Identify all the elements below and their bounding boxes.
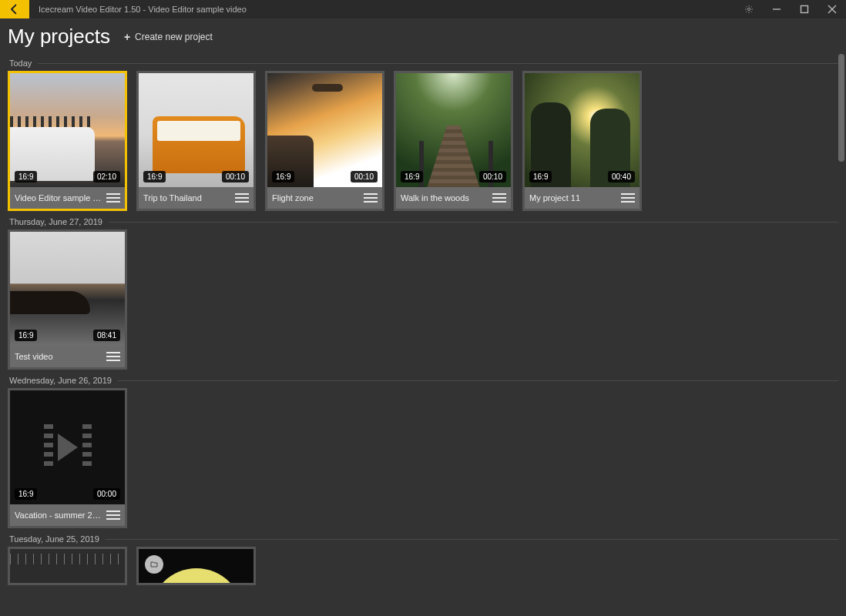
project-card[interactable]: 16:900:00Vacation - summer 2019 bbox=[8, 388, 127, 528]
project-card[interactable]: 16:908:41Test video bbox=[8, 229, 127, 370]
svg-point-0 bbox=[747, 8, 750, 10]
project-row: 16:908:41Test video bbox=[8, 229, 838, 370]
group-label: Thursday, June 27, 2019 bbox=[9, 217, 838, 226]
project-thumbnail: 16:900:40 bbox=[525, 73, 640, 187]
thumbnail-art bbox=[10, 73, 125, 187]
card-footer: Flight zone bbox=[267, 187, 382, 209]
thumbnail-art bbox=[396, 73, 511, 187]
group-label: Wednesday, June 26, 2019 bbox=[9, 376, 838, 385]
group-label: Tuesday, June 25, 2019 bbox=[9, 534, 838, 544]
project-menu-button[interactable] bbox=[621, 191, 635, 205]
duration-badge: 08:41 bbox=[93, 330, 120, 341]
aspect-badge: 16:9 bbox=[15, 488, 37, 500]
file-badge-icon bbox=[145, 555, 163, 574]
thumbnail-art bbox=[139, 549, 253, 583]
project-menu-button[interactable] bbox=[492, 191, 506, 205]
project-row: 16:900:00Vacation - summer 2019 bbox=[8, 388, 838, 528]
window-controls bbox=[735, 0, 846, 18]
divider bbox=[38, 63, 838, 64]
duration-badge: 00:10 bbox=[479, 171, 506, 182]
group-label-text: Today bbox=[9, 59, 32, 68]
aspect-badge: 16:9 bbox=[401, 171, 423, 182]
duration-badge: 00:40 bbox=[608, 171, 635, 182]
titlebar: Icecream Video Editor 1.50 - Video Edito… bbox=[0, 0, 846, 18]
thumbnail-art bbox=[139, 73, 253, 187]
project-card[interactable] bbox=[136, 547, 256, 585]
group-label-text: Tuesday, June 25, 2019 bbox=[9, 534, 99, 544]
project-title: My project 11 bbox=[529, 193, 618, 203]
thumbnail-art bbox=[10, 390, 125, 504]
project-thumbnail: 16:908:41 bbox=[10, 232, 125, 346]
duration-badge: 00:00 bbox=[93, 488, 120, 500]
project-thumbnail: 16:902:10 bbox=[10, 73, 125, 187]
back-arrow-icon bbox=[8, 3, 21, 15]
project-thumbnail: 16:900:10 bbox=[396, 73, 511, 187]
project-thumbnail bbox=[139, 549, 253, 583]
card-footer: Video Editor sample video bbox=[10, 187, 125, 209]
divider bbox=[109, 222, 838, 223]
project-title: Test video bbox=[15, 352, 103, 361]
group-label-text: Thursday, June 27, 2019 bbox=[9, 217, 102, 226]
settings-button[interactable] bbox=[735, 0, 763, 18]
card-footer: Walk in the woods bbox=[396, 187, 511, 209]
project-card[interactable]: 16:900:10Trip to Thailand bbox=[136, 71, 256, 211]
window-title: Icecream Video Editor 1.50 - Video Edito… bbox=[29, 0, 735, 18]
duration-badge: 00:10 bbox=[351, 171, 378, 182]
card-footer: Test video bbox=[10, 346, 125, 367]
group-label-text: Wednesday, June 26, 2019 bbox=[9, 376, 112, 385]
group-label: Today bbox=[9, 59, 838, 68]
aspect-badge: 16:9 bbox=[15, 171, 37, 182]
project-thumbnail bbox=[10, 549, 125, 583]
thumbnail-art bbox=[10, 232, 125, 346]
maximize-icon bbox=[800, 5, 809, 14]
project-thumbnail: 16:900:10 bbox=[139, 73, 253, 187]
project-thumbnail: 16:900:10 bbox=[267, 73, 382, 187]
minimize-button[interactable] bbox=[763, 0, 791, 18]
card-footer: My project 11 bbox=[525, 187, 640, 209]
duration-badge: 02:10 bbox=[93, 171, 120, 182]
project-card[interactable]: 16:902:10Video Editor sample video bbox=[8, 71, 127, 211]
gear-icon bbox=[744, 5, 754, 14]
back-button[interactable] bbox=[0, 0, 29, 18]
svg-rect-2 bbox=[801, 6, 808, 13]
divider bbox=[118, 380, 838, 381]
aspect-badge: 16:9 bbox=[272, 171, 294, 182]
project-card[interactable]: 16:900:40My project 11 bbox=[522, 71, 642, 211]
project-menu-button[interactable] bbox=[106, 508, 120, 522]
projects-body: Today16:902:10Video Editor sample video1… bbox=[0, 52, 846, 616]
project-row bbox=[8, 547, 838, 585]
close-button[interactable] bbox=[818, 0, 846, 18]
page-title: My projects bbox=[8, 25, 110, 49]
plus-icon: + bbox=[124, 31, 130, 43]
divider bbox=[106, 539, 838, 540]
card-footer: Vacation - summer 2019 bbox=[10, 504, 125, 526]
aspect-badge: 16:9 bbox=[143, 171, 166, 182]
page-header: My projects + Create new project bbox=[0, 18, 846, 53]
aspect-badge: 16:9 bbox=[529, 171, 552, 182]
project-card[interactable]: 16:900:10Walk in the woods bbox=[394, 71, 513, 211]
project-menu-button[interactable] bbox=[235, 191, 249, 205]
close-icon bbox=[828, 5, 837, 14]
scrollbar-thumb[interactable] bbox=[838, 54, 844, 162]
project-title: Flight zone bbox=[272, 193, 361, 203]
project-menu-button[interactable] bbox=[364, 191, 378, 205]
aspect-badge: 16:9 bbox=[15, 330, 37, 341]
placeholder-icon bbox=[34, 424, 102, 470]
project-card[interactable]: 16:900:10Flight zone bbox=[265, 71, 384, 211]
thumbnail-art bbox=[267, 73, 382, 187]
project-title: Walk in the woods bbox=[401, 193, 489, 203]
duration-badge: 00:10 bbox=[222, 171, 249, 182]
project-menu-button[interactable] bbox=[106, 350, 120, 363]
create-label: Create new project bbox=[135, 32, 213, 42]
project-card[interactable] bbox=[8, 547, 127, 585]
create-new-project-button[interactable]: + Create new project bbox=[124, 31, 213, 43]
project-row: 16:902:10Video Editor sample video16:900… bbox=[8, 71, 838, 211]
project-thumbnail: 16:900:00 bbox=[10, 390, 125, 504]
thumbnail-art bbox=[10, 549, 125, 583]
project-title: Vacation - summer 2019 bbox=[15, 511, 103, 520]
project-title: Trip to Thailand bbox=[143, 193, 232, 203]
maximize-button[interactable] bbox=[791, 0, 818, 18]
project-menu-button[interactable] bbox=[106, 191, 120, 205]
project-title: Video Editor sample video bbox=[15, 193, 103, 203]
thumbnail-art bbox=[525, 73, 640, 187]
